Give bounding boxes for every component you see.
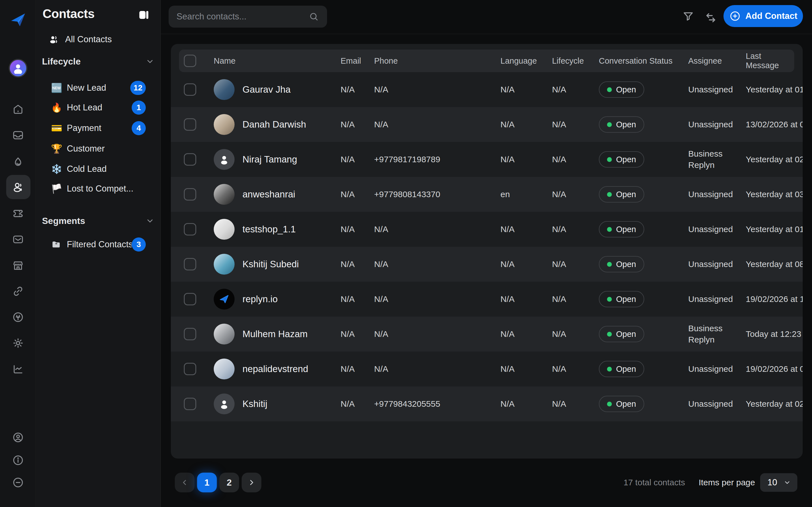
sidebar: Contacts All Contacts Lifecycle 🆕 New Le… [36,0,161,507]
plus-circle-icon [729,10,741,22]
page-size-select[interactable]: 10 [760,473,797,492]
row-checkbox[interactable] [184,118,196,131]
analytics-icon[interactable] [12,363,24,376]
sidebar-item-payment[interactable]: 💳 Payment 4 [48,118,156,138]
count-badge: 4 [132,121,146,135]
col-header-phone[interactable]: Phone [374,56,500,66]
settings-icon[interactable] [12,337,24,349]
row-checkbox[interactable] [184,223,196,235]
col-header-language[interactable]: Language [500,56,552,66]
row-checkbox[interactable] [184,153,196,166]
status-badge: Open [599,291,644,307]
segments-section-header[interactable]: Segments [42,215,155,226]
status-badge: Open [599,151,644,168]
col-header-name[interactable]: Name [214,56,341,66]
swap-arrows-icon[interactable] [704,11,717,24]
table-row[interactable]: Kshitij N/A +9779843205555 N/A N/A Open … [171,386,803,421]
col-header-last-message[interactable]: Last Message [746,52,794,70]
minimize-icon[interactable] [12,476,24,489]
table-row[interactable]: nepalidevstrend N/A N/A N/A N/A Open Una… [171,351,803,386]
contacts-icon[interactable] [11,180,24,193]
row-checkbox[interactable] [184,328,196,340]
count-badge: 1 [132,101,146,115]
link-icon[interactable] [12,285,24,297]
prev-page-button[interactable] [175,473,195,492]
mail-icon[interactable] [12,233,24,245]
plug-icon[interactable] [12,311,24,323]
avatar [214,324,235,344]
workspace-avatar[interactable] [9,59,28,77]
col-header-lifecycle[interactable]: Lifecycle [552,56,599,66]
status-badge: Open [599,221,644,237]
sidebar-item-all-contacts[interactable]: All Contacts [41,31,156,48]
row-checkbox[interactable] [184,188,196,201]
table-row[interactable]: Kshitij Subedi N/A N/A N/A N/A Open Unas… [171,247,803,282]
status-badge: Open [599,81,644,98]
status-badge: Open [599,256,644,272]
info-icon[interactable] [12,454,24,466]
select-all-checkbox[interactable] [184,55,196,67]
chevron-down-icon [783,478,791,487]
chevron-down-icon [145,57,155,66]
payment-icon: 💳 [51,123,67,133]
store-icon[interactable] [12,260,24,272]
sidebar-item-lost-to-competitor[interactable]: 🏳️ Lost to Compet... [48,179,156,199]
next-page-button[interactable] [242,473,261,492]
row-checkbox[interactable] [184,398,196,410]
add-contact-button[interactable]: Add Contact [723,5,803,27]
status-badge: Open [599,361,644,377]
avatar [214,79,235,100]
avatar [214,114,235,135]
table-row[interactable]: anweshanrai N/A +9779808143370 en N/A Op… [171,177,803,212]
status-dot [607,297,612,302]
table-row[interactable]: Gaurav Jha N/A N/A N/A N/A Open Unassign… [171,72,803,107]
row-checkbox[interactable] [184,83,196,96]
col-header-conversation-status[interactable]: Conversation Status [599,56,688,66]
collapse-sidebar-icon[interactable] [138,9,150,21]
table-row[interactable]: Niraj Tamang N/A +9779817198789 N/A N/A … [171,142,803,177]
sidebar-item-new-lead[interactable]: 🆕 New Lead 12 [48,78,156,98]
status-dot [607,157,612,162]
status-badge: Open [599,116,644,133]
sidebar-item-customer[interactable]: 🏆 Customer [48,139,156,159]
col-header-email[interactable]: Email [341,56,374,66]
row-checkbox[interactable] [184,258,196,270]
home-icon[interactable] [12,103,24,115]
flame-icon[interactable] [12,156,24,168]
sidebar-item-cold-lead[interactable]: ❄️ Cold Lead [48,159,156,179]
table-row[interactable]: Mulhem Hazam N/A N/A N/A N/A Open Busine… [171,317,803,351]
sidebar-item-filtered-contacts[interactable]: Filtered Contacts 3 [48,235,156,255]
table-row[interactable]: Danah Darwish N/A N/A N/A N/A Open Unass… [171,107,803,142]
inbox-icon[interactable] [12,129,24,142]
table-header: Name Email Phone Language Lifecycle Conv… [179,50,794,72]
row-checkbox[interactable] [184,293,196,305]
ticket-icon[interactable] [12,207,24,220]
table-row[interactable]: replyn.io N/A N/A N/A N/A Open Unassigne… [171,282,803,317]
sidebar-item-label: All Contacts [65,34,112,45]
page-2-button[interactable]: 2 [219,473,239,492]
status-dot [607,367,612,372]
avatar [214,289,235,309]
status-dot [607,227,612,232]
lost-flag-icon: 🏳️ [51,183,67,194]
folder-icon [51,239,67,249]
col-header-assignee[interactable]: Assignee [688,56,746,66]
page-1-button[interactable]: 1 [197,473,217,492]
avatar [214,149,235,170]
status-badge: Open [599,186,644,203]
lifecycle-section-header[interactable]: Lifecycle [42,56,155,67]
sidebar-item-hot-lead[interactable]: 🔥 Hot Lead 1 [48,98,156,117]
cold-lead-icon: ❄️ [51,164,67,174]
replyn-logo-icon [9,11,27,29]
icon-rail [0,0,36,507]
status-dot [607,332,612,337]
row-checkbox[interactable] [184,363,196,375]
search-input[interactable] [176,11,308,22]
account-icon[interactable] [12,431,24,444]
table-row[interactable]: testshop_1.1 N/A N/A N/A N/A Open Unassi… [171,212,803,247]
pagination: 1 2 [175,473,261,492]
count-badge: 12 [130,81,146,95]
filter-icon[interactable] [682,10,695,23]
status-badge: Open [599,326,644,342]
chevron-left-icon [181,478,189,487]
